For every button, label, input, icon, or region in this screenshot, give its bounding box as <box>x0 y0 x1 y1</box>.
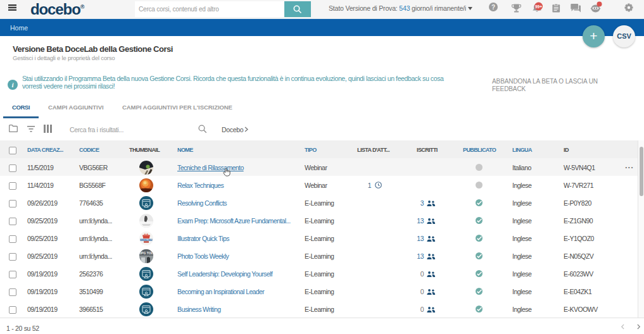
svg-text:99+: 99+ <box>535 4 542 9</box>
svg-text:?: ? <box>491 4 495 11</box>
svg-text:JPG TOL: JPG TOL <box>139 251 153 255</box>
svg-text:ILLUSTRATOR: ILLUSTRATOR <box>141 238 152 241</box>
